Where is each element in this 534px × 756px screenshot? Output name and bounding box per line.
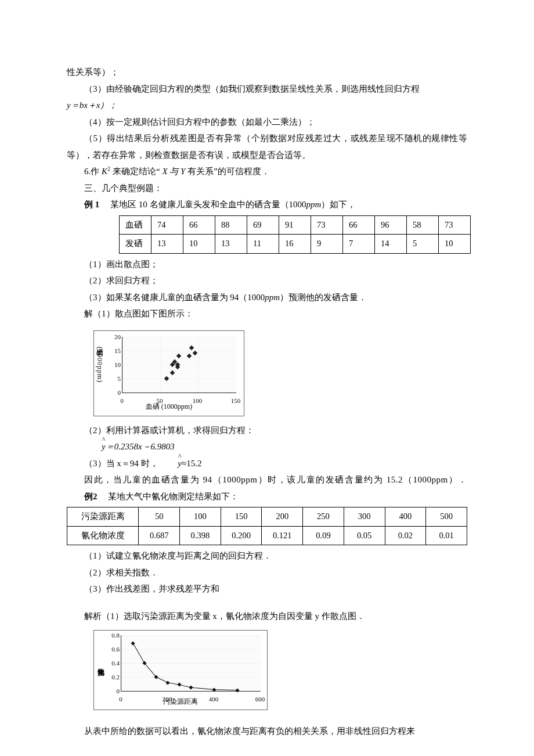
cell: 400 [385,507,426,527]
sup-2: 2 [107,165,110,172]
ytick: 0 [113,386,121,398]
equation-text: y＝bx＋x）； [67,100,117,110]
example-2-title: 例2 某地大气中氰化物测定结果如下： [67,488,467,505]
cell: 58 [407,215,439,235]
chart-cyanide-scatter: 氰化物浓度 污染源距离 0 0.2 0.4 0.6 0.8 0 200 400 … [93,630,268,710]
unit-ppm: ppm [265,293,280,302]
conclusion-1: 因此，当儿童的血硒含量为 94（1000ppm）时，该儿童的发硒含量约为 15.… [67,471,467,488]
text-line: y＝bx＋x）； [67,97,467,114]
data-point [176,354,181,358]
cell: 66 [183,215,215,235]
solution-3: （3）当 x＝94 时， y≈15.2 [67,455,467,472]
cell: 0.121 [262,526,303,545]
cell: 10 [183,235,215,254]
data-point [164,376,169,380]
cell: 100 [180,507,221,527]
xtick: 0 [120,395,124,407]
cell: 0.09 [303,526,344,545]
cell: 69 [247,215,279,235]
data-point [187,354,192,358]
cell: 74 [151,215,183,235]
cell: 150 [221,507,262,527]
cell: 200 [262,507,303,527]
trailing-line: 从表中所给的数据可以看出，氰化物浓度与距离有负的相关关系，用非线性回归方程来 [67,723,467,740]
table-cyanide: 污染源距离 50 100 150 200 250 300 400 500 氰化物… [67,507,467,545]
chart-selenium-scatter: 发硒 (1000ppm) 血硒 (1000ppm) 0 5 10 15 20 0… [93,330,244,416]
y-hat: y [84,438,106,455]
example-label: 例2 [84,492,98,501]
text-line: （3）由经验确定回归方程的类型（如我们观察到数据呈线性关系，则选用线性回归方程 [67,81,467,98]
question-2-3: （3）作出残差图，并求残差平方和 [67,581,467,597]
ytick: 0 [109,685,120,697]
table-row: 血硒 74 66 88 69 91 73 66 96 58 73 [120,215,471,235]
question-2-1: （1）试建立氰化物浓度与距离之间的回归方程． [67,548,467,564]
xtick: 150 [231,395,241,407]
cell: 250 [303,507,344,527]
var-xy: X 与 Y [162,167,185,176]
text-line: 性关系等）； [67,64,467,81]
cell: 13 [215,235,247,254]
chart-ylabel: 发硒 (1000ppm) [93,334,106,393]
page: { "intro": { "line0": "性关系等）；", "line3":… [0,0,534,756]
solution-2: （2）利用计算器或计算机，求得回归方程： [67,422,467,439]
ytick: 5 [113,372,121,384]
text-span: 6.作 [84,167,102,176]
cell: 50 [139,507,180,527]
data-point [193,351,197,355]
example-tail: ）如下， [321,200,356,209]
cell: 7 [343,235,375,254]
cell: 10 [439,235,471,254]
text-span: （3）由经验确定回归方程的类型（如我们观察到数据呈线性关系，则选用线性回归方程 [84,84,420,93]
cell: 污染源距离 [67,507,139,527]
cell: 5 [407,235,439,254]
data-point [170,370,175,375]
ytick: 20 [113,330,121,343]
xtick: 400 [209,693,219,705]
xtick: 50 [157,395,163,407]
cell: 0.200 [221,526,262,545]
text-line: 6.作 K2 来确定结论“ X 与 Y 有关系”的可信程度． [67,163,467,180]
question-1-2: （2）求回归方程； [67,272,467,289]
cell: 16 [279,235,311,254]
ytick: 15 [113,344,121,357]
ytick: 0.8 [109,629,120,642]
ytick: 10 [113,358,121,370]
text-span: ≈15.2 [182,459,201,468]
text-span: ）预测他的发硒含量． [280,293,367,302]
text-span: 有关系”的可信程度． [187,167,270,176]
question-2-2: （2）求相关指数． [67,564,467,581]
chart-xlabel: 血硒 (1000ppm) [94,400,244,413]
cell: 0.02 [385,526,426,545]
cell: 66 [343,215,375,235]
table-row: 污染源距离 50 100 150 200 250 300 400 500 [67,507,467,527]
example-label: 例 1 [84,200,99,209]
ytick: 0.6 [109,643,120,656]
cell: 0.398 [180,526,221,545]
table-row: 发硒 13 10 13 11 16 9 7 14 5 10 [120,235,471,254]
cell: 血硒 [120,215,151,235]
cell: 0.05 [344,526,385,545]
var-k: K [102,167,107,176]
cell: 氰化物浓度 [67,526,139,545]
example-1-title: 例 1 某地区 10 名健康儿童头发和全血中的硒含量（1000ppm）如下， [67,196,467,213]
solution-2-1: 解析（1）选取污染源距离为变量 x，氰化物浓度为自因变量 y 作散点图． [67,608,467,625]
table-row: 氰化物浓度 0.687 0.398 0.200 0.121 0.09 0.05 … [67,526,467,545]
cell: 73 [439,215,471,235]
y-hat: y [160,455,182,472]
cell: 96 [375,215,407,235]
cell: 11 [247,235,279,254]
question-1-1: （1）画出散点图； [67,256,467,273]
cell: 13 [151,235,183,254]
cell: 0.01 [426,526,467,545]
xtick: 200 [163,693,172,705]
xtick: 100 [193,395,203,407]
xtick: 600 [255,693,265,705]
cell: 73 [311,215,343,235]
cell: 88 [215,215,247,235]
text-line: （5）得出结果后分析残差图是否有异常（个别数据对应残差过大，或残差呈现不随机的规… [67,130,467,163]
cell: 500 [426,507,467,527]
cell: 0.687 [139,526,180,545]
data-point [189,345,194,350]
cell: 发硒 [120,235,151,254]
xtick: 0 [119,693,122,705]
